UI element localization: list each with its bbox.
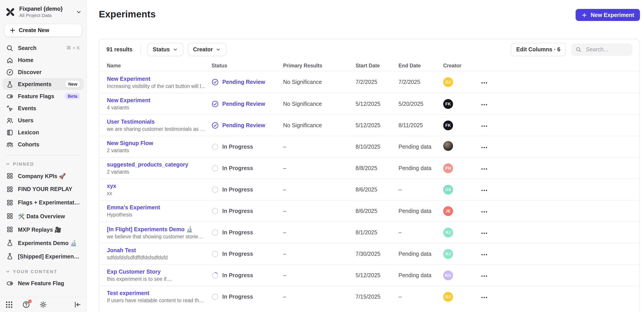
sidebar-nav-item[interactable]: Lexicon: [3, 126, 84, 138]
sidebar-nav-item[interactable]: Users: [3, 114, 84, 126]
experiment-name-link[interactable]: Emma's Experiment: [107, 204, 205, 211]
experiment-subtitle: 4 variants: [107, 105, 205, 110]
fixpanel-logo-icon: [5, 7, 15, 17]
creator-avatar[interactable]: FK: [443, 120, 453, 130]
column-header[interactable]: Status: [212, 63, 283, 68]
table-row[interactable]: New Signup Flow 2 variants In Progress –…: [99, 136, 640, 157]
start-date: 5/12/2025: [356, 122, 398, 128]
experiment-name-link[interactable]: New Experiment: [107, 97, 205, 104]
lexicon-icon: [6, 129, 14, 136]
table-row[interactable]: [In Flight] Experiments Demo 🔬 we believ…: [99, 221, 640, 243]
experiment-name-link[interactable]: xyx: [107, 183, 205, 189]
experiment-name-link[interactable]: [In Flight] Experiments Demo 🔬: [107, 226, 205, 232]
sidebar-nav-item[interactable]: Search ⌘ + K: [3, 42, 84, 54]
row-actions-button[interactable]: •••: [480, 186, 489, 194]
row-actions-button[interactable]: •••: [480, 207, 489, 216]
new-experiment-button[interactable]: New Experiment: [575, 9, 640, 21]
creator-avatar[interactable]: OS: [443, 184, 453, 194]
status-progress-icon: [212, 293, 219, 300]
row-actions-button[interactable]: •••: [480, 164, 489, 173]
creator-avatar[interactable]: [443, 141, 453, 151]
column-header[interactable]: End Date: [398, 63, 443, 68]
table-row[interactable]: Jonah Test sdfdsfdsfsdfdffdfdsfsdfdsfd I…: [99, 243, 640, 264]
primary-results: –: [283, 294, 356, 300]
project-switcher[interactable]: Fixpanel {demo} All Project Data: [0, 0, 86, 22]
experiment-name-link[interactable]: Jonah Test: [107, 247, 205, 254]
table-row[interactable]: xyx xx In Progress – 8/6/2025 – OS: [99, 178, 640, 200]
gear-icon[interactable]: [39, 301, 47, 309]
status-label: In Progress: [222, 229, 253, 235]
table-row[interactable]: New Experiment 4 variants Pending Review…: [99, 93, 640, 114]
your-content-item[interactable]: New Feature Flag: [3, 277, 84, 290]
creator-avatar[interactable]: PH: [443, 163, 453, 173]
pinned-item[interactable]: [Shipped] Experiments Demo 🖊️: [3, 250, 84, 263]
column-header[interactable]: Start Date: [356, 63, 398, 68]
column-header[interactable]: Creator: [443, 63, 480, 68]
pinned-item[interactable]: Company KPIs 🚀: [3, 169, 84, 182]
pinned-item[interactable]: Flags + Experimentation Demo ,: [3, 196, 84, 209]
sidebar-nav-item[interactable]: Experiments New: [3, 78, 84, 90]
sidebar-nav-item[interactable]: Cohorts: [3, 138, 84, 151]
experiment-subtitle: 2 variants: [107, 169, 205, 174]
sidebar-nav-item[interactable]: Home: [3, 54, 84, 66]
creator-avatar[interactable]: BG: [443, 270, 453, 280]
help-icon[interactable]: [22, 301, 30, 309]
row-actions-button[interactable]: •••: [480, 100, 489, 109]
create-new-button[interactable]: Create New: [4, 24, 82, 37]
experiment-name-link[interactable]: Exp Customer Story: [107, 269, 205, 275]
filter-button[interactable]: Creator: [188, 43, 226, 56]
experiment-name-link[interactable]: New Signup Flow: [107, 140, 205, 147]
row-actions-button[interactable]: •••: [480, 272, 489, 280]
row-actions-button[interactable]: •••: [480, 79, 489, 87]
table-row[interactable]: User Testimonials we are sharing custome…: [99, 114, 640, 136]
table-toolbar: 91 results Status Creator: [99, 39, 640, 60]
your-content-section-title: YOUR CONTENT: [13, 269, 57, 274]
creator-avatar[interactable]: RJ: [443, 227, 453, 237]
sidebar-item-badge: Beta: [65, 93, 80, 100]
row-actions-button[interactable]: •••: [480, 229, 489, 237]
sidebar-nav-item[interactable]: Feature Flags Beta: [3, 90, 84, 102]
table-search[interactable]: [571, 43, 632, 56]
experiment-subtitle: xx: [107, 191, 205, 196]
pinned-item[interactable]: MXP Replays 🎥: [3, 223, 84, 236]
row-actions-button[interactable]: •••: [480, 250, 489, 259]
row-actions-button[interactable]: •••: [480, 122, 489, 130]
creator-avatar[interactable]: FK: [443, 99, 453, 109]
pinned-item[interactable]: FIND YOUR REPLAY: [3, 182, 84, 196]
column-header[interactable]: Primary Results: [283, 63, 356, 68]
start-date: 8/6/2025: [356, 186, 398, 193]
table-row[interactable]: Exp Customer Story this experiment is to…: [99, 264, 640, 286]
filter-button[interactable]: Status: [147, 43, 183, 56]
edit-columns-button[interactable]: Edit Columns · 6: [511, 43, 566, 56]
experiment-name-link[interactable]: Test experiment: [107, 290, 205, 296]
experiment-subtitle: we are sharing customer testimonials as …: [107, 126, 205, 132]
pinned-item[interactable]: 🛠️ Data Overview: [3, 209, 84, 223]
experiment-name-link[interactable]: New Experiment: [107, 76, 205, 82]
table-row[interactable]: New Experiment Increasing visibility of …: [99, 71, 640, 93]
pinned-item[interactable]: Experiments Demo 🔬: [3, 236, 84, 250]
sidebar-item-label: Home: [18, 57, 33, 63]
creator-avatar[interactable]: RJ: [443, 249, 453, 259]
apps-grid-icon[interactable]: [5, 301, 13, 309]
creator-avatar[interactable]: JE: [443, 206, 453, 216]
search-input[interactable]: [585, 46, 628, 53]
experiment-name-link[interactable]: suggested_products_category: [107, 161, 205, 168]
pinned-section-header[interactable]: PINNED: [0, 159, 86, 168]
row-actions-button[interactable]: •••: [480, 143, 489, 152]
sidebar-nav-item[interactable]: Events: [3, 102, 84, 114]
creator-avatar[interactable]: DJ: [443, 292, 453, 302]
collapse-sidebar-icon[interactable]: [74, 301, 82, 309]
sidebar-nav-item[interactable]: Discover: [3, 66, 84, 78]
creator-avatar[interactable]: DJ: [443, 77, 453, 87]
table-row[interactable]: Test experiment If users have relatable …: [99, 286, 640, 307]
primary-results: –: [283, 186, 356, 193]
experiment-name-link[interactable]: User Testimonials: [107, 119, 205, 125]
table-row[interactable]: suggested_products_category 2 variants I…: [99, 157, 640, 178]
column-header[interactable]: Name: [107, 63, 212, 68]
row-actions-button[interactable]: •••: [480, 293, 489, 302]
sidebar-item-label: Experiments: [18, 81, 52, 87]
table-row[interactable]: Emma's Experiment Hypothesis In Progress…: [99, 200, 640, 221]
your-content-section-header[interactable]: YOUR CONTENT: [0, 267, 86, 276]
sidebar-nav: Search ⌘ + K Home Discover: [0, 42, 86, 151]
status-label: In Progress: [222, 186, 253, 193]
